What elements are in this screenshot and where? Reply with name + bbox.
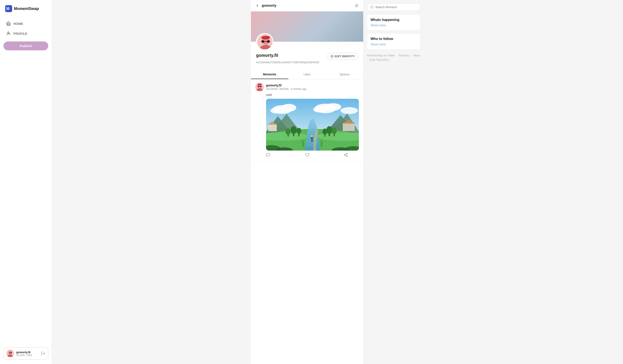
svg-rect-44: [268, 125, 277, 131]
who-to-follow-show-more[interactable]: Show more: [371, 42, 386, 46]
svg-point-59: [326, 126, 333, 134]
header-back-area: gomorty: [255, 3, 276, 8]
who-to-follow-title: Who to follow: [371, 37, 417, 41]
header-username: gomorty: [262, 3, 276, 8]
home-icon: [6, 21, 11, 26]
whats-happening-widget: Whats happening Show more: [367, 14, 421, 31]
svg-point-34: [281, 104, 296, 112]
svg-point-53: [291, 126, 297, 134]
svg-line-83: [345, 154, 347, 154]
footer-link-features[interactable]: Features: [399, 54, 409, 57]
tab-spaces[interactable]: Spaces: [326, 70, 363, 79]
post-text: cool: [266, 93, 359, 97]
comment-icon[interactable]: [266, 153, 270, 157]
svg-point-22: [261, 36, 270, 39]
post-image-inner: [266, 99, 359, 151]
footer-link-ideas[interactable]: Ideas: [413, 54, 420, 57]
publish-button[interactable]: Publish: [3, 41, 48, 50]
post-item: gomorty.fil 0xC0dAdf...B44285 · 6 months…: [251, 79, 363, 161]
share-icon[interactable]: [344, 153, 348, 157]
profile-header-bar: gomorty: [251, 0, 363, 11]
svg-line-11: [356, 4, 356, 5]
svg-text:M: M: [6, 6, 9, 11]
svg-line-85: [373, 8, 373, 8]
sidebar-avatar: [6, 349, 14, 357]
profile-address: 0xC0dAdf4a753006Ca4AD6977406FD94aEE5B442…: [256, 61, 358, 64]
back-icon[interactable]: [255, 3, 260, 8]
svg-point-57: [297, 128, 301, 134]
sidebar-item-home[interactable]: HOME: [3, 19, 48, 28]
svg-rect-20: [267, 40, 270, 42]
svg-point-63: [323, 128, 327, 135]
edit-identity-button[interactable]: EDIT IDENTITY: [327, 53, 358, 60]
theme-toggle-icon[interactable]: [355, 3, 359, 8]
logo-icon: M: [5, 5, 12, 12]
whats-happening-show-more[interactable]: Show more: [371, 23, 386, 27]
footer-link-code-repository[interactable]: Code Repository: [369, 58, 389, 61]
app-name: MomentSwap: [14, 6, 39, 11]
svg-point-23: [267, 36, 269, 38]
svg-rect-46: [343, 123, 355, 131]
logo-area: M MomentSwap: [3, 4, 48, 13]
search-bar: [367, 3, 421, 11]
edit-identity-label: EDIT IDENTITY: [335, 55, 355, 58]
svg-point-80: [344, 154, 345, 156]
sidebar-user-name: gomorty.fil: [16, 351, 39, 354]
sidebar: M MomentSwap HOME PROFILE Publish: [0, 0, 52, 364]
svg-rect-68: [312, 137, 312, 140]
footer-twitter-link[interactable]: MomentSwap on Twitter: [367, 54, 395, 57]
svg-point-38: [313, 106, 327, 113]
svg-rect-28: [260, 86, 262, 87]
svg-point-31: [261, 84, 261, 85]
svg-point-61: [332, 128, 337, 134]
svg-point-84: [371, 6, 373, 8]
svg-line-12: [357, 6, 358, 7]
svg-point-37: [325, 103, 341, 111]
svg-point-55: [286, 128, 291, 135]
profile-top-row: gomorty.fil EDIT IDENTITY: [256, 53, 358, 60]
sidebar-user-address: 0xC0dA...4285: [16, 354, 39, 356]
whats-happening-title: Whats happening: [371, 18, 417, 22]
svg-rect-19: [261, 40, 264, 42]
sidebar-item-profile[interactable]: PROFILE: [3, 29, 48, 38]
svg-point-6: [10, 352, 12, 353]
right-sidebar: Whats happening Show more Who to follow …: [363, 0, 424, 364]
sidebar-user-card: gomorty.fil 0xC0dA...4285: [3, 347, 48, 360]
post-sub: 0xC0dAdf...B44285 · 6 months ago: [266, 87, 307, 91]
svg-point-81: [347, 156, 348, 157]
logout-icon[interactable]: [41, 351, 45, 356]
footer-links: MomentSwap on Twitter · Features · Ideas…: [367, 52, 421, 63]
svg-line-16: [357, 4, 358, 5]
svg-rect-27: [257, 86, 259, 87]
svg-point-79: [347, 153, 348, 154]
like-icon[interactable]: [305, 153, 309, 157]
tab-moments[interactable]: Moments: [251, 70, 288, 79]
svg-point-2: [8, 32, 9, 34]
profile-display-name: gomorty.fil: [256, 53, 278, 58]
user-icon: [6, 31, 11, 36]
main-content: gomorty: [52, 0, 623, 364]
post-avatar: [255, 83, 264, 91]
svg-point-5: [9, 353, 10, 353]
svg-point-8: [356, 5, 357, 6]
profile-avatar: [256, 33, 273, 50]
cover-photo: [251, 11, 363, 42]
tab-likes[interactable]: Likes: [288, 70, 326, 79]
search-input[interactable]: [375, 5, 417, 9]
profile-tabs: Moments Likes Spaces: [251, 70, 363, 79]
who-to-follow-widget: Who to follow Show more: [367, 33, 421, 50]
post-username: gomorty.fil: [266, 84, 307, 87]
svg-line-15: [356, 6, 356, 7]
post-actions: [255, 151, 359, 157]
svg-point-35: [270, 108, 283, 114]
svg-point-69: [311, 135, 313, 137]
svg-line-82: [345, 155, 347, 156]
sidebar-item-home-label: HOME: [13, 22, 23, 25]
gear-icon: [331, 55, 334, 58]
profile-avatar-wrapper: [256, 33, 273, 50]
post-header: gomorty.fil 0xC0dAdf...B44285 · 6 months…: [255, 83, 359, 91]
profile-column: gomorty: [251, 0, 363, 364]
svg-point-39: [341, 107, 358, 114]
sidebar-user-info: gomorty.fil 0xC0dA...4285: [16, 351, 39, 356]
svg-point-24: [332, 56, 333, 57]
